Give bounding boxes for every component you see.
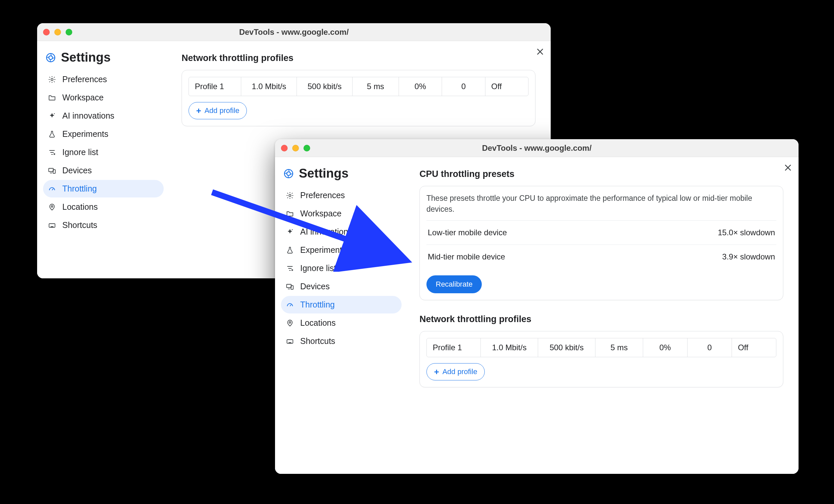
profile-name-cell: Profile 1: [427, 338, 481, 357]
gear-icon: [286, 191, 294, 200]
sidebar-item-label: Preferences: [300, 191, 345, 200]
settings-heading: Settings: [61, 50, 111, 65]
plus-icon: +: [434, 368, 439, 376]
svg-point-9: [287, 172, 290, 175]
profile-name-cell: Profile 1: [189, 77, 241, 96]
close-settings-button[interactable]: [782, 162, 794, 174]
cpu-preset-name: Low-tier mobile device: [428, 228, 507, 237]
folder-icon: [48, 93, 56, 102]
flask-icon: [286, 246, 294, 255]
network-throttling-card: Profile 1 1.0 Mbit/s 500 kbit/s 5 ms 0% …: [181, 70, 535, 126]
sidebar-item-experiments[interactable]: Experiments: [281, 241, 401, 259]
sidebar-item-label: AI innovations: [62, 111, 114, 120]
settings-heading: Settings: [299, 166, 349, 181]
profile-queue-cell: 0: [687, 338, 732, 357]
sidebar-item-throttling[interactable]: Throttling: [43, 180, 164, 197]
cpu-preset-value: 3.9× slowdown: [722, 252, 775, 261]
sidebar-item-label: Workspace: [62, 93, 104, 102]
sidebar-item-shortcuts[interactable]: Shortcuts: [281, 332, 401, 350]
add-profile-label: Add profile: [204, 106, 239, 115]
sidebar-item-workspace[interactable]: Workspace: [43, 89, 164, 106]
sidebar-item-ignore-list[interactable]: Ignore list: [43, 144, 164, 161]
traffic-lights: [43, 29, 72, 36]
add-profile-button[interactable]: + Add profile: [426, 363, 485, 380]
sidebar-item-ai-innovations[interactable]: AI innovations: [43, 107, 164, 125]
sidebar-item-preferences[interactable]: Preferences: [281, 187, 401, 204]
sidebar-item-shortcuts[interactable]: Shortcuts: [43, 216, 164, 234]
recalibrate-label: Recalibrate: [436, 280, 473, 288]
zoom-window-icon[interactable]: [66, 29, 72, 36]
sidebar-item-locations[interactable]: Locations: [281, 314, 401, 332]
traffic-lights: [281, 145, 310, 151]
gauge-icon: [48, 184, 56, 193]
profile-loss-cell: 0%: [643, 338, 687, 357]
sidebar-item-label: Experiments: [62, 129, 108, 139]
settings-main: CPU throttling presets These presets thr…: [408, 157, 798, 474]
flask-icon: [48, 130, 56, 138]
add-profile-button[interactable]: + Add profile: [189, 102, 247, 119]
svg-point-8: [285, 169, 293, 178]
profile-download-cell: 1.0 Mbit/s: [481, 338, 538, 357]
settings-sidebar: Settings PreferencesWorkspaceAI innovati…: [275, 157, 408, 474]
location-pin-icon: [48, 203, 56, 212]
gauge-icon: [286, 301, 294, 309]
sidebar-item-locations[interactable]: Locations: [43, 198, 164, 216]
sidebar-item-label: Experiments: [300, 245, 346, 255]
network-throttling-card: Profile 1 1.0 Mbit/s 500 kbit/s 5 ms 0% …: [419, 331, 783, 387]
zoom-window-icon[interactable]: [304, 145, 310, 151]
sidebar-item-label: Ignore list: [62, 148, 98, 157]
sidebar-item-ai-innovations[interactable]: AI innovations: [281, 223, 401, 241]
folder-icon: [286, 210, 294, 218]
recalibrate-button[interactable]: Recalibrate: [426, 276, 482, 293]
filter-x-icon: [286, 264, 294, 273]
sparkle-diamond-icon: [286, 228, 294, 236]
profile-status-cell: Off: [732, 338, 776, 357]
profile-upload-cell: 500 kbit/s: [297, 77, 353, 96]
settings-nav: PreferencesWorkspaceAI innovationsExperi…: [43, 71, 164, 234]
svg-rect-4: [49, 168, 53, 172]
profile-row[interactable]: Profile 1 1.0 Mbit/s 500 kbit/s 5 ms 0% …: [427, 338, 776, 357]
sidebar-item-workspace[interactable]: Workspace: [281, 205, 401, 222]
sidebar-item-devices[interactable]: Devices: [281, 278, 401, 295]
profile-table: Profile 1 1.0 Mbit/s 500 kbit/s 5 ms 0% …: [426, 338, 776, 357]
sidebar-item-ignore-list[interactable]: Ignore list: [281, 260, 401, 277]
svg-point-1: [49, 56, 52, 59]
sidebar-item-experiments[interactable]: Experiments: [43, 125, 164, 143]
filter-x-icon: [48, 148, 56, 157]
sidebar-item-label: Shortcuts: [62, 220, 97, 230]
profile-row[interactable]: Profile 1 1.0 Mbit/s 500 kbit/s 5 ms 0% …: [189, 77, 528, 96]
keyboard-icon: [48, 221, 56, 229]
sidebar-item-throttling[interactable]: Throttling: [281, 296, 401, 313]
cpu-throttling-title: CPU throttling presets: [419, 169, 783, 179]
cpu-throttling-card: These presets throttle your CPU to appro…: [419, 186, 783, 300]
svg-point-0: [47, 53, 55, 62]
network-throttling-title: Network throttling profiles: [419, 314, 783, 324]
svg-point-2: [51, 78, 53, 80]
sidebar-item-preferences[interactable]: Preferences: [43, 71, 164, 88]
location-pin-icon: [286, 319, 294, 327]
sidebar-item-label: Workspace: [300, 209, 342, 218]
cpu-throttling-description: These presets throttle your CPU to appro…: [426, 193, 776, 215]
settings-nav: PreferencesWorkspaceAI innovationsExperi…: [281, 187, 401, 350]
close-settings-button[interactable]: [534, 46, 546, 58]
network-throttling-title: Network throttling profiles: [181, 53, 535, 63]
sidebar-item-label: Locations: [300, 318, 336, 328]
keyboard-icon: [286, 337, 294, 346]
svg-point-10: [289, 194, 291, 196]
sidebar-item-label: Throttling: [62, 184, 97, 194]
devices-icon: [286, 282, 294, 291]
minimize-window-icon[interactable]: [54, 29, 61, 36]
titlebar: DevTools - www.google.com/: [37, 23, 551, 41]
window-title: DevTools - www.google.com/: [37, 27, 551, 37]
close-window-icon[interactable]: [281, 145, 288, 151]
sidebar-item-label: Ignore list: [300, 263, 336, 273]
plus-icon: +: [196, 106, 201, 115]
close-window-icon[interactable]: [43, 29, 50, 36]
sidebar-item-devices[interactable]: Devices: [43, 162, 164, 179]
minimize-window-icon[interactable]: [292, 145, 299, 151]
svg-point-6: [51, 205, 53, 207]
profile-table: Profile 1 1.0 Mbit/s 500 kbit/s 5 ms 0% …: [189, 77, 528, 96]
svg-rect-12: [287, 284, 291, 288]
sidebar-item-label: Shortcuts: [300, 336, 335, 346]
profile-loss-cell: 0%: [399, 77, 442, 96]
